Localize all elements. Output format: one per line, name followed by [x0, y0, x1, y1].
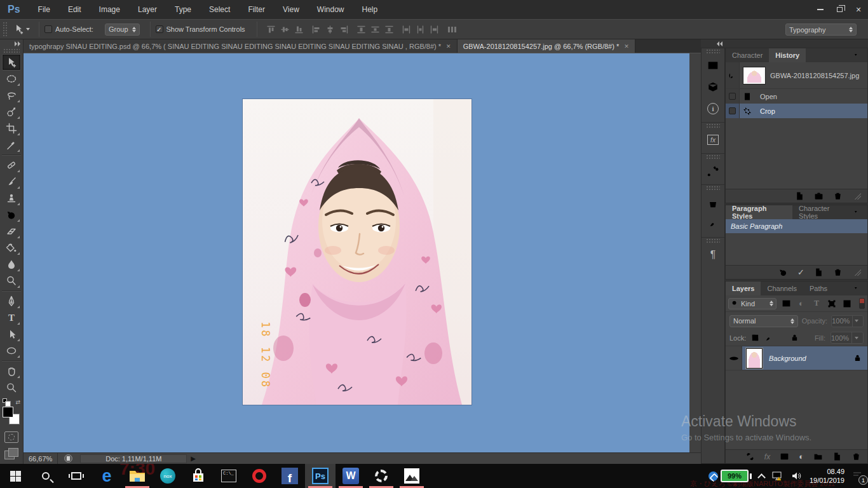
- quick-selection-tool[interactable]: [2, 104, 21, 120]
- menu-type[interactable]: Type: [166, 0, 200, 19]
- fill-field[interactable]: 100%: [831, 332, 864, 344]
- workspace-dropdown[interactable]: Typography: [785, 24, 857, 36]
- taskbar-opera[interactable]: [244, 464, 275, 488]
- canvas[interactable]: 18 12 08: [24, 53, 701, 452]
- menu-filter[interactable]: Filter: [239, 0, 274, 19]
- menu-select[interactable]: Select: [200, 0, 239, 19]
- lasso-tool[interactable]: [2, 87, 21, 104]
- clone-stamp-tool[interactable]: [2, 190, 21, 207]
- distribute-left-icon[interactable]: [402, 25, 411, 34]
- new-layer-icon[interactable]: [832, 452, 842, 461]
- menu-view[interactable]: View: [274, 0, 308, 19]
- add-layer-mask-icon[interactable]: [780, 452, 789, 461]
- tab-character-styles[interactable]: Character Styles: [792, 205, 854, 219]
- menu-help[interactable]: Help: [353, 0, 387, 19]
- align-left-icon[interactable]: [311, 25, 321, 34]
- brush-tool[interactable]: [2, 173, 21, 190]
- align-top-icon[interactable]: [266, 25, 276, 34]
- history-state-crop[interactable]: Crop: [726, 104, 867, 118]
- delete-state-icon[interactable]: [833, 191, 843, 201]
- taskbar-store[interactable]: [183, 464, 214, 488]
- panel-menu-icon[interactable]: [854, 205, 867, 219]
- tray-expand-icon[interactable]: [757, 473, 766, 482]
- opacity-field[interactable]: 100%: [831, 315, 864, 327]
- align-right-icon[interactable]: [339, 25, 349, 34]
- align-vcenter-icon[interactable]: [280, 25, 290, 34]
- layer-name[interactable]: Background: [769, 355, 806, 362]
- expand-dock-icon[interactable]: [717, 41, 722, 46]
- close-button[interactable]: ✕: [849, 0, 868, 19]
- new-group-icon[interactable]: [813, 452, 823, 461]
- taskbar-edge[interactable]: e: [92, 464, 122, 488]
- distribute-hcenter-icon[interactable]: [416, 25, 425, 34]
- taskbar-settings[interactable]: [366, 464, 397, 488]
- eraser-tool[interactable]: [2, 223, 21, 240]
- distribute-bottom-icon[interactable]: [384, 25, 394, 34]
- tab-character[interactable]: Character: [726, 48, 769, 62]
- show-transform-checkbox[interactable]: ✓ Show Transform Controls: [156, 25, 245, 33]
- new-style-icon[interactable]: [814, 268, 824, 277]
- brush-settings-panel-icon[interactable]: [702, 213, 724, 234]
- menu-window[interactable]: Window: [308, 0, 353, 19]
- resize-grip[interactable]: [855, 193, 861, 200]
- group-dropdown[interactable]: Group: [105, 24, 140, 36]
- lock-pixels-icon[interactable]: [764, 334, 773, 342]
- lock-all-icon[interactable]: [791, 334, 798, 342]
- layer-style-fx-icon[interactable]: fx: [764, 452, 770, 461]
- tab-paragraph-styles[interactable]: Paragraph Styles: [726, 205, 792, 219]
- distribute-spacing-icon[interactable]: [447, 25, 458, 34]
- new-snapshot-icon[interactable]: [814, 191, 824, 201]
- filter-type-layers-icon[interactable]: T: [811, 299, 822, 308]
- crop-tool[interactable]: [2, 120, 21, 137]
- auto-select-checkbox[interactable]: Auto-Select:: [44, 25, 93, 33]
- history-brush-source-well[interactable]: [726, 62, 740, 88]
- history-brush-tool[interactable]: [2, 207, 21, 223]
- minimize-button[interactable]: [811, 0, 830, 19]
- close-tab-icon[interactable]: ✕: [446, 43, 451, 50]
- taskbar-cmd[interactable]: C:\_: [214, 464, 244, 488]
- battery-indicator[interactable]: 99%: [709, 470, 752, 482]
- distribute-right-icon[interactable]: [430, 25, 439, 34]
- close-tab-icon[interactable]: ✕: [624, 43, 629, 50]
- collapse-toolbar-icon[interactable]: [15, 41, 20, 48]
- taskbar-word[interactable]: W: [336, 464, 366, 488]
- tab-paths[interactable]: Paths: [803, 281, 834, 295]
- swap-colors-icon[interactable]: ⇄: [15, 399, 20, 405]
- taskbar-file-explorer[interactable]: [122, 464, 153, 488]
- document-tab-psd[interactable]: typoghrapy SINAU EDITING.psd @ 66,7% ( S…: [24, 39, 458, 53]
- taskbar-photoshop[interactable]: Ps: [305, 464, 336, 488]
- pen-tool[interactable]: [2, 293, 21, 309]
- history-snapshot-row[interactable]: GBWA-20181208154257.jpg: [726, 62, 867, 89]
- task-view-button[interactable]: [61, 464, 92, 488]
- filter-adjustment-layers-icon[interactable]: ◐: [796, 299, 807, 308]
- toolbar-gripper[interactable]: [3, 48, 20, 53]
- zoom-tool[interactable]: [2, 379, 21, 396]
- menu-edit[interactable]: Edit: [59, 0, 90, 19]
- spot-healing-brush-tool[interactable]: [2, 157, 21, 173]
- elliptical-marquee-tool[interactable]: [2, 71, 21, 87]
- tab-layers[interactable]: Layers: [726, 281, 761, 295]
- distribute-vcenter-icon[interactable]: [370, 25, 380, 34]
- distribute-top-icon[interactable]: [356, 25, 366, 34]
- new-document-from-state-icon[interactable]: [795, 191, 804, 201]
- hand-tool[interactable]: [2, 363, 21, 379]
- current-tool-chip[interactable]: [10, 24, 34, 34]
- screen-mode-button[interactable]: [4, 448, 18, 459]
- delete-layer-icon[interactable]: [851, 452, 861, 461]
- align-hcenter-icon[interactable]: [325, 25, 335, 34]
- filter-smart-objects-icon[interactable]: [841, 299, 853, 308]
- layer-visibility-toggle[interactable]: [726, 346, 742, 370]
- menu-image[interactable]: Image: [90, 0, 129, 19]
- resize-grip[interactable]: [855, 269, 861, 276]
- photo-document[interactable]: 18 12 08: [243, 99, 471, 405]
- new-adjustment-layer-icon[interactable]: ◐: [799, 452, 804, 461]
- taskbar-photos[interactable]: [397, 464, 427, 488]
- horizontal-type-tool[interactable]: T: [2, 309, 21, 326]
- dodge-tool[interactable]: [2, 273, 21, 289]
- zoom-level[interactable]: 66,67%: [24, 455, 57, 463]
- move-tool[interactable]: [2, 54, 21, 71]
- document-tab-jpg[interactable]: GBWA-20181208154257.jpg @ 66,7% (RGB/8#)…: [458, 39, 635, 53]
- paragraph-panel-icon[interactable]: ¶: [702, 244, 724, 266]
- menu-file[interactable]: File: [29, 0, 59, 19]
- eyedropper-tool[interactable]: [2, 137, 21, 153]
